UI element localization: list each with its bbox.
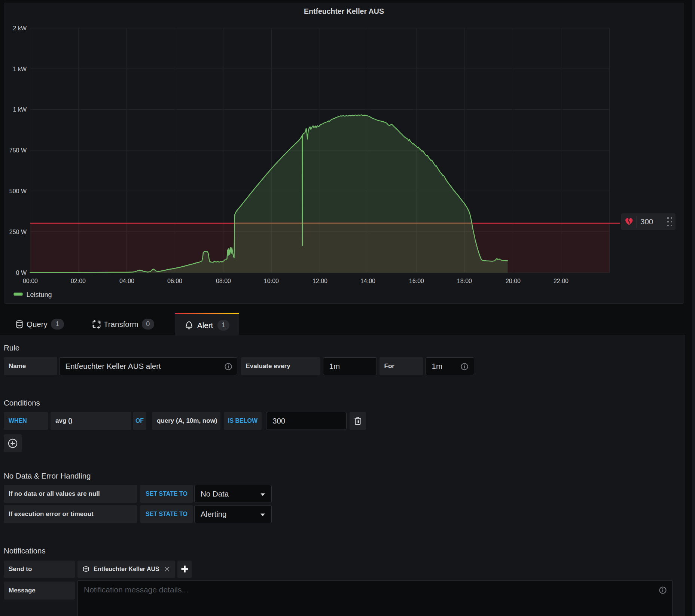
svg-text:08:00: 08:00 (216, 278, 231, 284)
svg-text:300: 300 (640, 217, 653, 226)
svg-text:1 kW: 1 kW (13, 66, 27, 72)
svg-text:16:00: 16:00 (409, 278, 424, 284)
svg-text:Leistung: Leistung (27, 291, 52, 298)
svg-text:00:00: 00:00 (23, 278, 38, 284)
svg-text:22:00: 22:00 (554, 278, 569, 284)
svg-text:0 W: 0 W (16, 270, 27, 276)
svg-text:18:00: 18:00 (457, 278, 472, 284)
svg-text:06:00: 06:00 (167, 278, 182, 284)
svg-text:04:00: 04:00 (119, 278, 134, 284)
svg-text:14:00: 14:00 (360, 278, 375, 284)
svg-text:750 W: 750 W (9, 147, 27, 154)
svg-text:1 kW: 1 kW (13, 106, 27, 113)
svg-text:2 kW: 2 kW (13, 25, 27, 31)
svg-text:12:00: 12:00 (313, 278, 327, 284)
svg-text:250 W: 250 W (9, 229, 27, 235)
svg-text:500 W: 500 W (9, 188, 27, 194)
svg-text:02:00: 02:00 (71, 278, 86, 284)
svg-text:20:00: 20:00 (506, 278, 521, 284)
svg-text:10:00: 10:00 (264, 278, 279, 284)
